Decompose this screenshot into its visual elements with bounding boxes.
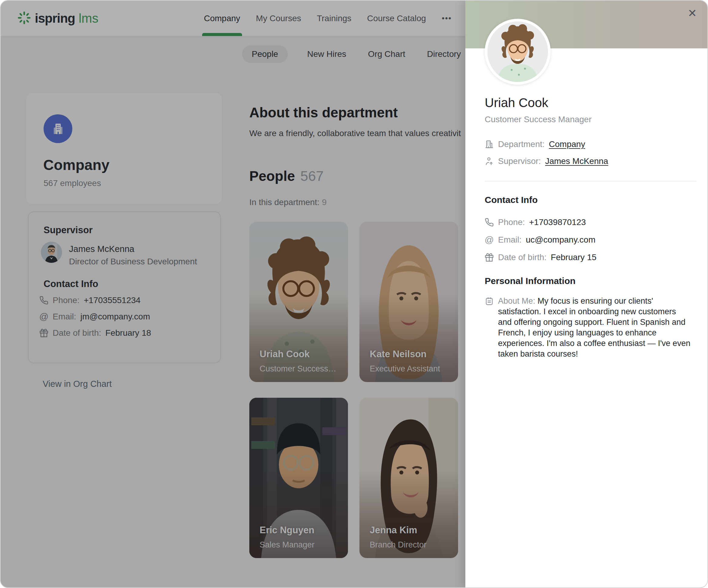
profile-phone-row: Phone: +17039870123: [485, 217, 697, 227]
profile-department-row: Department: Company: [485, 139, 697, 149]
phone-icon: [485, 218, 494, 227]
contact-info-rows: Phone: +17039870123 @ Email: uc@company.…: [485, 217, 697, 262]
clipboard-icon: [485, 297, 494, 306]
dob-value: February 15: [551, 253, 596, 262]
profile-body: Uriah Cook Customer Success Manager Depa…: [465, 49, 707, 587]
about-me-paragraph: About Me: My focus is ensuring our clien…: [498, 296, 690, 359]
phone-value: +17039870123: [529, 217, 586, 227]
profile-supervisor-row: Supervisor: James McKenna: [485, 156, 697, 166]
phone-label: Phone:: [498, 217, 525, 227]
profile-name: Uriah Cook: [485, 96, 697, 110]
email-label: Email:: [498, 235, 522, 245]
profile-email-row: @ Email: uc@company.com: [485, 235, 697, 245]
gift-icon: [485, 253, 494, 262]
building-icon: [485, 140, 494, 149]
close-icon[interactable]: ✕: [684, 5, 701, 22]
panel-divider: [485, 181, 697, 182]
person-up-arrow-icon: [485, 157, 494, 166]
about-me-label: About Me:: [498, 297, 535, 306]
supervisor-label: Supervisor:: [498, 156, 541, 166]
profile-dob-row: Date of birth: February 15: [485, 252, 697, 262]
personal-information-title: Personal Information: [485, 275, 697, 287]
contact-info-title: Contact Info: [485, 194, 697, 206]
at-icon: @: [485, 235, 494, 244]
department-link[interactable]: Company: [549, 140, 585, 149]
supervisor-link[interactable]: James McKenna: [545, 156, 609, 166]
profile-panel: ✕ Uriah Cook Customer Success Manager: [465, 1, 707, 587]
profile-role: Customer Success Manager: [485, 114, 697, 125]
app-window: ispring lms Company My Courses Trainings…: [0, 0, 708, 588]
about-me-block: About Me: My focus is ensuring our clien…: [485, 296, 697, 359]
profile-meta: Department: Company Supervisor: James Mc…: [485, 139, 697, 166]
email-value: uc@company.com: [526, 235, 595, 245]
department-label: Department:: [498, 140, 544, 149]
dob-label: Date of birth:: [498, 253, 547, 262]
